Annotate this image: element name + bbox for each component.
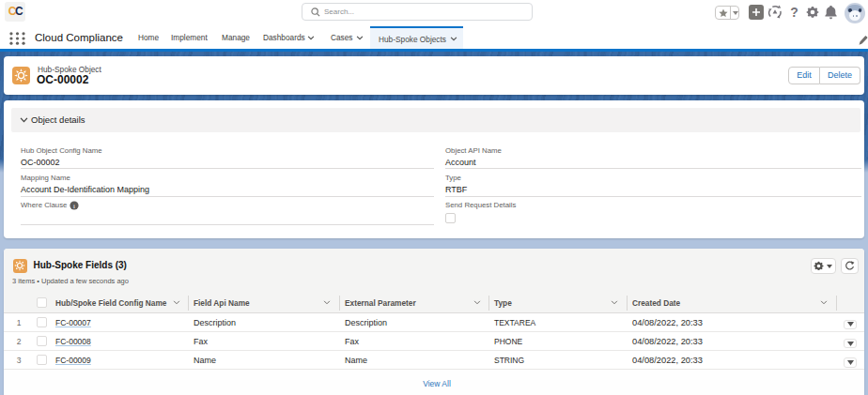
svg-text:i: i (73, 202, 75, 209)
